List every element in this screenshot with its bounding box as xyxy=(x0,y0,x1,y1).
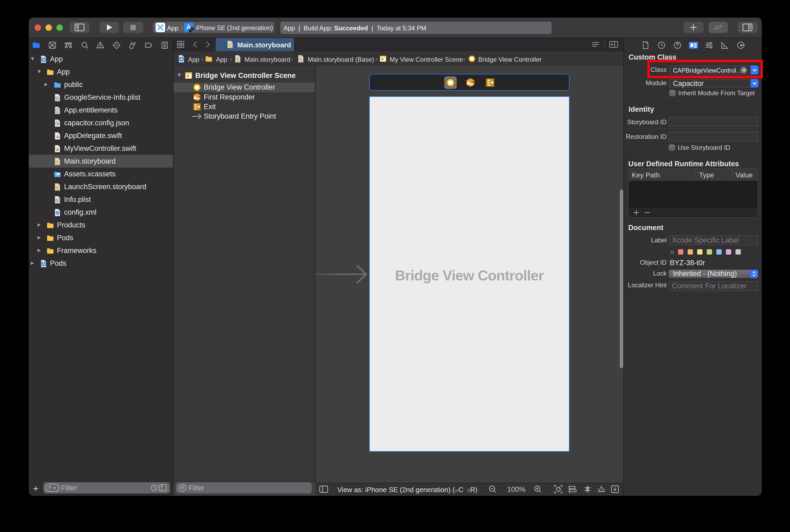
svg-text:1: 1 xyxy=(198,97,199,100)
svg-text:PLIST: PLIST xyxy=(56,202,60,203)
svg-text:1: 1 xyxy=(471,82,473,86)
svg-text:B: B xyxy=(57,122,59,125)
svg-text:PLIST: PLIST xyxy=(56,100,60,101)
